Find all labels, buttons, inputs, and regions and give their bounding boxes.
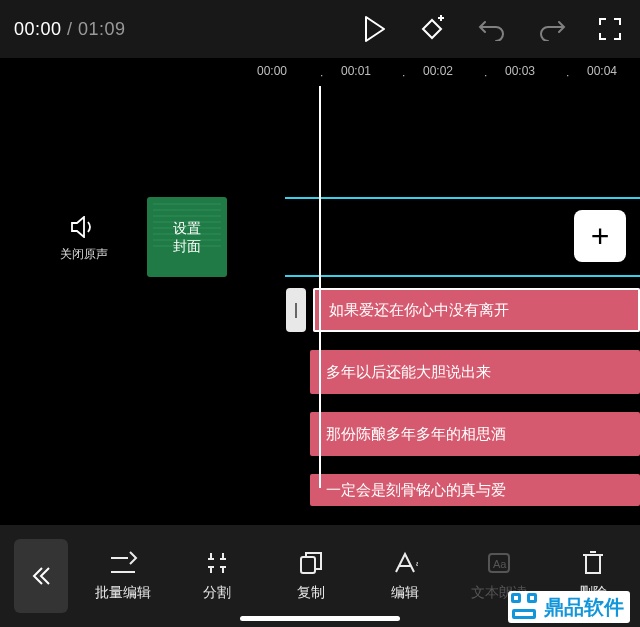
text-clip-1[interactable]: 如果爱还在你心中没有离开	[313, 288, 640, 332]
add-clip-button[interactable]: +	[574, 210, 626, 262]
copy-icon	[298, 550, 324, 576]
svg-text:a: a	[416, 559, 418, 568]
watermark-text: 鼎品软件	[544, 594, 624, 621]
tick-3: 00:03	[505, 64, 535, 78]
undo-button[interactable]	[478, 17, 506, 41]
redo-button[interactable]	[538, 17, 566, 41]
copy-button[interactable]: 复制	[264, 550, 358, 602]
tick-2: 00:02	[423, 64, 453, 78]
text-clip-4[interactable]: 一定会是刻骨铭心的真与爱	[310, 474, 640, 506]
playhead[interactable]	[319, 86, 321, 488]
home-indicator	[240, 616, 400, 621]
watermark: 鼎品软件	[508, 591, 630, 623]
timeline-stage[interactable]: 关闭原声 设置 封面 + | 如果爱还在你心中没有离开 多年以后还能大胆说出来 …	[0, 86, 640, 494]
time-duration: 01:09	[78, 19, 126, 39]
keyframe-add-button[interactable]	[418, 15, 446, 43]
tick-1: 00:01	[341, 64, 371, 78]
tick-0: 00:00	[257, 64, 287, 78]
mute-label: 关闭原声	[60, 246, 108, 263]
top-controls	[364, 15, 622, 43]
svg-rect-4	[301, 557, 315, 573]
batch-edit-icon	[108, 550, 138, 576]
back-button[interactable]	[14, 539, 68, 613]
timeline-ruler[interactable]: 00:00 · 00:01 · 00:02 · 00:03 · 00:04	[0, 58, 640, 86]
watermark-logo-icon	[510, 593, 538, 621]
speaker-icon	[71, 216, 97, 238]
tick-dot: ·	[320, 68, 323, 82]
edit-icon: a	[392, 550, 418, 576]
tts-icon: Aa	[486, 550, 512, 576]
text-clip-2[interactable]: 多年以后还能大胆说出来	[310, 350, 640, 394]
chevron-double-left-icon	[29, 564, 53, 588]
batch-edit-button[interactable]: 批量编辑	[76, 550, 170, 602]
mute-original-audio-button[interactable]: 关闭原声	[60, 216, 108, 263]
edit-button[interactable]: a 编辑	[358, 550, 452, 602]
tick-dot: ·	[484, 68, 487, 82]
clip-handle-left[interactable]: |	[286, 288, 306, 332]
play-button[interactable]	[364, 16, 386, 42]
cover-label: 设置 封面	[173, 219, 201, 255]
plus-icon: +	[591, 218, 610, 255]
tick-4: 00:04	[587, 64, 617, 78]
svg-text:Aa: Aa	[493, 558, 507, 570]
time-sep: /	[62, 19, 79, 39]
tick-dot: ·	[566, 68, 569, 82]
trash-icon	[581, 550, 605, 576]
split-button[interactable]: 分割	[170, 550, 264, 602]
fullscreen-button[interactable]	[598, 17, 622, 41]
timecode: 00:00 / 01:09	[14, 19, 126, 40]
top-bar: 00:00 / 01:09	[0, 0, 640, 58]
split-icon	[204, 550, 230, 576]
tick-dot: ·	[402, 68, 405, 82]
text-clip-3[interactable]: 那份陈酿多年多年的相思酒	[310, 412, 640, 456]
set-cover-button[interactable]: 设置 封面	[147, 197, 227, 277]
time-current: 00:00	[14, 19, 62, 39]
